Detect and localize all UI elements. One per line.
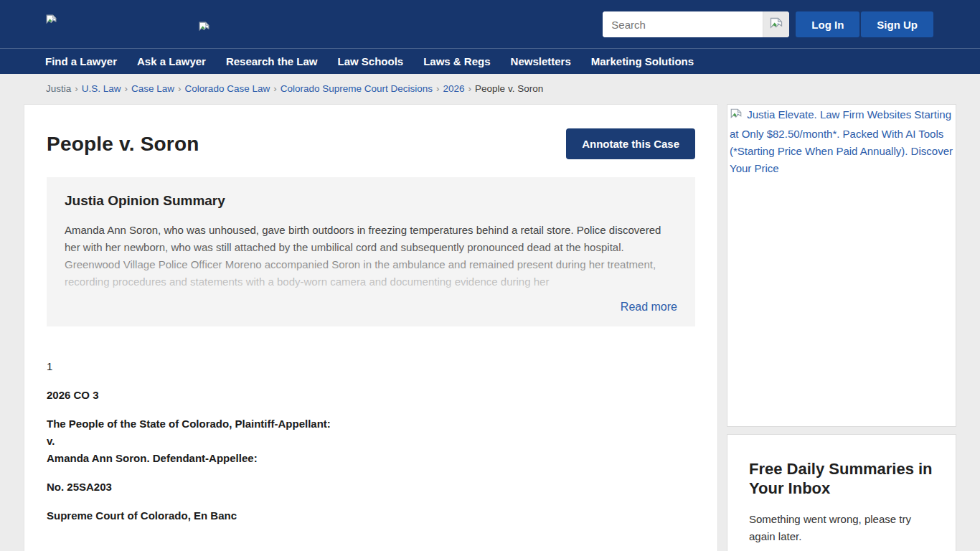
caption-defendant: Amanda Ann Soron. Defendant-Appellee:	[47, 450, 695, 467]
nav-item-law-schools[interactable]: Law Schools	[337, 55, 403, 67]
auth-buttons: Log In Sign Up	[796, 11, 933, 37]
nav-item-newsletters[interactable]: Newsletters	[511, 55, 571, 67]
opinion-summary-heading: Justia Opinion Summary	[65, 193, 677, 209]
header-top: Log In Sign Up	[0, 0, 980, 48]
opinion-summary-text: Amanda Ann Soron, who was unhoused, gave…	[65, 222, 677, 291]
search-input[interactable]	[603, 11, 763, 37]
nav-item-research-the-law[interactable]: Research the Law	[226, 55, 318, 67]
header-actions: Log In Sign Up	[603, 11, 933, 37]
breadcrumb-link-us-law[interactable]: U.S. Law	[82, 83, 121, 94]
docket-number: No. 25SA203	[47, 479, 695, 496]
log-in-button[interactable]: Log In	[796, 11, 859, 37]
justia-logo-broken-image-icon[interactable]	[45, 14, 57, 29]
nav-item-laws-and-regs[interactable]: Laws & Regs	[423, 55, 490, 67]
nav-item-find-a-lawyer[interactable]: Find a Lawyer	[45, 55, 117, 67]
search-broken-image-icon	[769, 17, 783, 33]
caption-plaintiff: The People of the State of Colorado, Pla…	[47, 415, 695, 433]
main-nav: Find a Lawyer Ask a Lawyer Research the …	[0, 48, 980, 74]
nav-item-ask-a-lawyer[interactable]: Ask a Lawyer	[137, 55, 206, 67]
breadcrumb-link-justia[interactable]: Justia	[46, 83, 71, 94]
ad-broken-image-icon	[730, 110, 745, 123]
newsletter-error-text: Something went wrong, please try again l…	[749, 511, 934, 545]
breadcrumb-separator: ›	[178, 83, 182, 94]
search-button[interactable]	[763, 11, 789, 37]
breadcrumb-link-colorado-supreme-court-decisions[interactable]: Colorado Supreme Court Decisions	[281, 83, 433, 94]
breadcrumb-current: People v. Soron	[475, 83, 543, 94]
justia-elevate-ad-link[interactable]: Justia Elevate. Law Firm Websites Starti…	[730, 106, 953, 177]
breadcrumb-separator: ›	[468, 83, 472, 94]
breadcrumb-link-2026[interactable]: 2026	[443, 83, 465, 94]
breadcrumb-separator: ›	[125, 83, 128, 94]
opinion-body: 1 2026 CO 3 The People of the State of C…	[47, 358, 695, 524]
breadcrumb-separator: ›	[436, 83, 440, 94]
logo-area[interactable]	[45, 14, 210, 36]
secondary-logo-broken-image-icon[interactable]	[198, 21, 210, 36]
ad-alt-text: Justia Elevate. Law Firm Websites Starti…	[730, 108, 953, 174]
opinion-page-number: 1	[47, 358, 695, 375]
breadcrumb-separator: ›	[75, 83, 78, 94]
sign-up-button[interactable]: Sign Up	[861, 11, 933, 37]
ad-card: Justia Elevate. Law Firm Websites Starti…	[727, 104, 956, 427]
case-main-card: People v. Soron Annotate this Case Justi…	[24, 104, 718, 551]
content-area: People v. Soron Annotate this Case Justi…	[0, 104, 980, 551]
annotate-this-case-button[interactable]: Annotate this Case	[566, 128, 695, 159]
breadcrumb-link-case-law[interactable]: Case Law	[131, 83, 174, 94]
breadcrumb-link-colorado-case-law[interactable]: Colorado Case Law	[185, 83, 270, 94]
court-name: Supreme Court of Colorado, En Banc	[47, 507, 695, 524]
newsletter-heading: Free Daily Summaries in Your Inbox	[749, 459, 934, 498]
case-caption: The People of the State of Colorado, Pla…	[47, 415, 695, 467]
site-header: Log In Sign Up Find a Lawyer Ask a Lawye…	[0, 0, 980, 74]
read-more-link[interactable]: Read more	[621, 301, 677, 313]
opinion-summary-box: Justia Opinion Summary Amanda Ann Soron,…	[47, 177, 695, 326]
breadcrumb: Justia›U.S. Law›Case Law›Colorado Case L…	[0, 74, 980, 104]
page-title: People v. Soron	[47, 133, 199, 156]
opinion-citation: 2026 CO 3	[47, 387, 695, 404]
opinion-summary-text-wrap: Amanda Ann Soron, who was unhoused, gave…	[65, 222, 677, 291]
caption-versus: v.	[47, 433, 695, 450]
breadcrumb-separator: ›	[273, 83, 277, 94]
sidebar: Justia Elevate. Law Firm Websites Starti…	[727, 104, 956, 551]
nav-item-marketing-solutions[interactable]: Marketing Solutions	[591, 55, 694, 67]
search-box	[603, 11, 789, 37]
newsletter-card: Free Daily Summaries in Your Inbox Somet…	[727, 434, 956, 551]
title-row: People v. Soron Annotate this Case	[47, 128, 695, 159]
read-more-row: Read more	[65, 301, 677, 314]
